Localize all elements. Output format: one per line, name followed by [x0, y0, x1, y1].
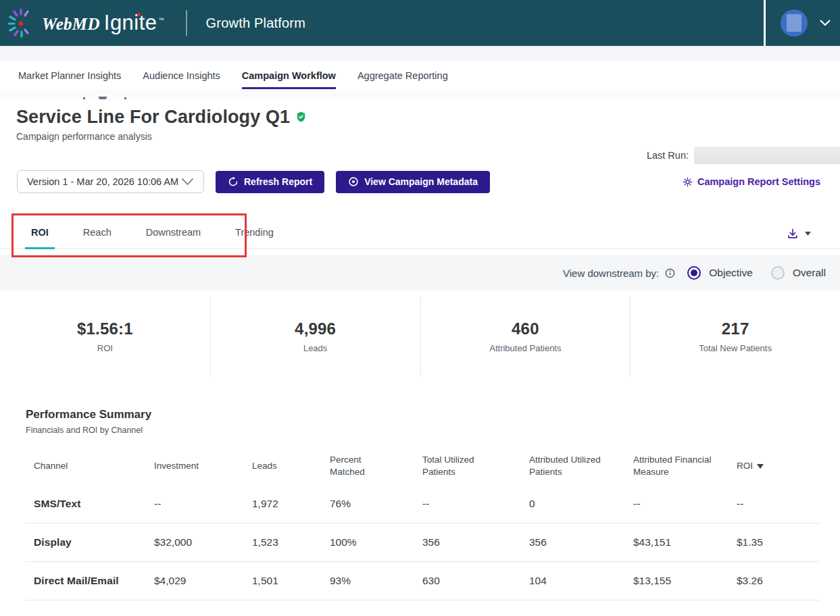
table-header-row: Channel Investment Leads Percent Matched…	[26, 447, 820, 485]
cell-total-utilized-patients: 356	[414, 536, 521, 548]
radio-objective-label: Objective	[709, 267, 753, 279]
cell-channel: Display	[26, 536, 146, 548]
cell-leads: 1,501	[244, 575, 322, 587]
download-report-button[interactable]	[787, 219, 811, 249]
primary-navigation: Market Planner Insights Audience Insight…	[0, 61, 840, 89]
column-header-channel: Channel	[26, 460, 146, 472]
nav-tab-market-planner-insights[interactable]: Market Planner Insights	[18, 61, 121, 89]
performance-summary-section: Performance Summary Financials and ROI b…	[26, 408, 820, 600]
cell-total-utilized-patients: --	[414, 498, 521, 510]
column-header-investment: Investment	[146, 460, 244, 472]
view-icon	[348, 176, 359, 187]
table-row-display: Display $32,000 1,523 100% 356 356 $43,1…	[26, 523, 820, 562]
header-shadow-band	[0, 46, 840, 61]
cell-attributed-financial-measure: --	[625, 498, 728, 510]
cell-roi: $1.35	[728, 536, 820, 548]
report-controls-row: Version 1 - Mar 20, 2026 10:06 AM Refres…	[0, 170, 840, 193]
view-campaign-metadata-label: View Campaign Metadata	[364, 176, 478, 187]
brand-lockup: WebMD Ignite ™ Growth Platform	[7, 7, 305, 39]
column-header-leads: Leads	[244, 460, 322, 472]
brand-divider	[186, 10, 187, 36]
cell-investment: --	[146, 498, 244, 510]
cell-attributed-utilized-patients: 0	[521, 498, 625, 510]
view-downstream-label: View downstream by:	[563, 267, 659, 279]
kpi-leads: 4,996 Leads	[210, 296, 420, 376]
cell-channel: SMS/Text	[26, 498, 146, 510]
refresh-icon	[228, 176, 239, 187]
cell-leads: 1,523	[244, 536, 322, 548]
breadcrumb-partially-visible	[0, 89, 840, 100]
cell-leads: 1,972	[244, 498, 322, 510]
column-header-roi-sortable[interactable]: ROI	[728, 460, 820, 472]
cell-attributed-financial-measure: $13,155	[625, 575, 728, 587]
info-icon[interactable]	[665, 268, 675, 278]
kpi-roi-label: ROI	[97, 343, 113, 353]
version-dropdown-value: Version 1 - Mar 20, 2026 10:06 AM	[27, 176, 178, 187]
page-title: Service Line For Cardiology Q1	[16, 107, 290, 128]
nav-tab-aggregate-reporting[interactable]: Aggregate Reporting	[357, 61, 448, 89]
campaign-report-settings-label: Campaign Report Settings	[697, 176, 820, 187]
account-chevron-down-icon[interactable]	[820, 20, 831, 26]
kpi-total-new-patients: 217 Total New Patients	[630, 296, 840, 376]
column-header-attributed-financial-measure: Attributed Financial Measure	[625, 454, 728, 478]
page-subtitle: Campaign performance analysis	[16, 131, 840, 143]
performance-summary-subtitle: Financials and ROI by Channel	[26, 426, 820, 435]
column-header-attributed-utilized-patients: Attributed Utilized Patients	[521, 454, 625, 478]
refresh-report-button[interactable]: Refresh Report	[216, 171, 324, 193]
download-caret-icon	[805, 232, 811, 236]
account-menu[interactable]	[764, 0, 840, 46]
last-run-value-redacted	[694, 147, 840, 164]
sort-descending-icon[interactable]	[757, 464, 764, 469]
version-dropdown[interactable]: Version 1 - Mar 20, 2026 10:06 AM	[17, 170, 204, 193]
cell-investment: $32,000	[146, 536, 244, 548]
report-tab-reach[interactable]: Reach	[77, 219, 118, 249]
radio-selected-icon	[687, 266, 701, 280]
column-header-percent-matched: Percent Matched	[322, 454, 414, 478]
last-run-row: Last Run:	[0, 146, 840, 165]
webmd-ignite-starburst-icon	[7, 7, 35, 39]
radio-option-objective[interactable]: Objective	[687, 266, 753, 280]
report-tab-roi[interactable]: ROI	[25, 219, 55, 249]
refresh-report-label: Refresh Report	[244, 176, 312, 187]
dropdown-chevron-icon	[181, 178, 194, 186]
cell-percent-matched: 100%	[322, 536, 414, 548]
breadcrumb-fragment	[99, 97, 107, 99]
cell-total-utilized-patients: 630	[414, 575, 521, 587]
report-tab-trending[interactable]: Trending	[229, 219, 280, 249]
logo-center-dot	[19, 22, 23, 26]
nav-tab-audience-insights[interactable]: Audience Insights	[143, 61, 220, 89]
column-header-total-utilized-patients: Total Utilized Patients	[414, 454, 521, 478]
kpi-total-new-patients-value: 217	[722, 319, 749, 338]
cell-attributed-utilized-patients: 104	[521, 575, 625, 587]
user-avatar[interactable]	[781, 9, 808, 36]
radio-option-overall[interactable]: Overall	[771, 266, 826, 280]
view-downstream-band: View downstream by: Objective Overall	[0, 255, 840, 290]
brand-ignite-text: Ignite	[104, 11, 157, 35]
trademark-symbol: ™	[159, 17, 164, 23]
table-row-direct-mail-email: Direct Mail/Email $4,029 1,501 93% 630 1…	[26, 562, 820, 600]
top-header-bar: WebMD Ignite ™ Growth Platform	[0, 0, 840, 46]
verified-shield-badge-icon	[295, 111, 307, 123]
radio-unselected-icon	[771, 266, 785, 280]
kpi-roi-value: $1.56:1	[77, 319, 133, 338]
cell-investment: $4,029	[146, 575, 244, 587]
view-campaign-metadata-button[interactable]: View Campaign Metadata	[336, 171, 490, 193]
cell-percent-matched: 93%	[322, 575, 414, 587]
avatar-placeholder	[787, 14, 801, 32]
breadcrumb-fragment	[83, 97, 85, 99]
nav-tab-campaign-workflow[interactable]: Campaign Workflow	[242, 61, 336, 89]
cell-roi: $3.26	[728, 575, 820, 587]
campaign-report-settings-link[interactable]: Campaign Report Settings	[683, 176, 820, 187]
brand-wordmark: WebMD Ignite ™	[42, 11, 164, 35]
cell-percent-matched: 76%	[322, 498, 414, 510]
last-run-label: Last Run:	[647, 150, 689, 161]
kpi-summary-row: $1.56:1 ROI 4,996 Leads 460 Attributed P…	[0, 296, 840, 376]
table-row-sms-text: SMS/Text -- 1,972 76% -- 0 -- --	[26, 485, 820, 523]
kpi-attributed-patients-value: 460	[512, 319, 539, 338]
kpi-total-new-patients-label: Total New Patients	[699, 343, 772, 353]
kpi-roi: $1.56:1 ROI	[0, 296, 210, 376]
kpi-leads-label: Leads	[303, 343, 327, 353]
kpi-attributed-patients-label: Attributed Patients	[489, 343, 561, 353]
report-tab-downstream[interactable]: Downstream	[140, 219, 207, 249]
cell-attributed-financial-measure: $43,151	[625, 536, 728, 548]
